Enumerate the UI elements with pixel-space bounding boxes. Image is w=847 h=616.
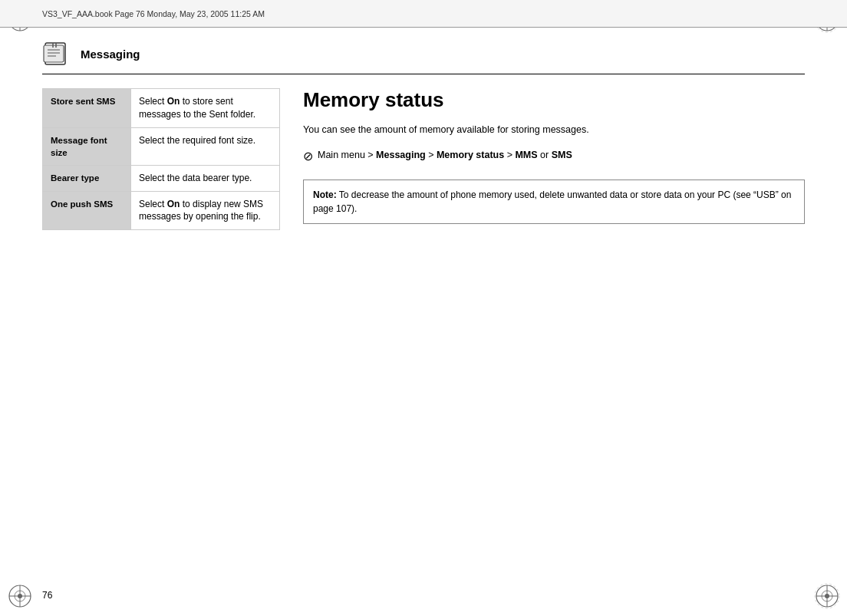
table-desc-bearer-type: Select the data bearer type. <box>131 165 280 191</box>
table-row: Message font size Select the required fo… <box>43 127 280 165</box>
section-header: Messaging <box>42 28 805 74</box>
table-label-one-push-sms: One push SMS <box>43 191 131 230</box>
nav-text: Main menu > Messaging > Memory status > … <box>318 148 572 163</box>
section-title: Messaging <box>81 48 140 61</box>
table-label-bearer-type: Bearer type <box>43 165 131 191</box>
table-desc-message-font-size: Select the required font size. <box>131 127 280 165</box>
note-text: To decrease the amount of phone memory u… <box>313 189 791 214</box>
right-column: Memory status You can see the amount of … <box>303 88 805 588</box>
table-row: One push SMS Select On to display new SM… <box>43 191 280 230</box>
arrow-icon: ⊘ <box>303 147 313 166</box>
svg-point-14 <box>18 594 22 598</box>
note-label: Note: <box>313 189 337 200</box>
svg-point-19 <box>825 594 829 598</box>
memory-status-description: You can see the amount of memory availab… <box>303 123 805 137</box>
svg-rect-23 <box>44 45 64 62</box>
book-header-text: VS3_VF_AAA.book Page 76 Monday, May 23, … <box>42 9 265 18</box>
table-label-message-font-size: Message font size <box>43 127 131 165</box>
messaging-icon <box>42 41 71 66</box>
table-desc-store-sent-sms: Select On to store sent messages to the … <box>131 89 280 128</box>
settings-table: Store sent SMS Select On to store sent m… <box>42 88 280 230</box>
memory-status-title: Memory status <box>303 88 805 112</box>
two-col-layout: Store sent SMS Select On to store sent m… <box>42 88 805 588</box>
corner-mark-bl <box>6 582 34 610</box>
table-label-store-sent-sms: Store sent SMS <box>43 89 131 128</box>
table-desc-one-push-sms: Select On to display new SMS messages by… <box>131 191 280 230</box>
corner-mark-br <box>813 582 841 610</box>
note-box: Note: To decrease the amount of phone me… <box>303 180 805 224</box>
table-row: Bearer type Select the data bearer type. <box>43 165 280 191</box>
top-bar: VS3_VF_AAA.book Page 76 Monday, May 23, … <box>0 0 847 28</box>
page-number: 76 <box>42 590 52 601</box>
navigation-path: ⊘ Main menu > Messaging > Memory status … <box>303 148 805 166</box>
content-area: Messaging Store sent SMS Select On to st… <box>42 28 805 588</box>
table-row: Store sent SMS Select On to store sent m… <box>43 89 280 128</box>
left-column: Store sent SMS Select On to store sent m… <box>42 88 280 588</box>
